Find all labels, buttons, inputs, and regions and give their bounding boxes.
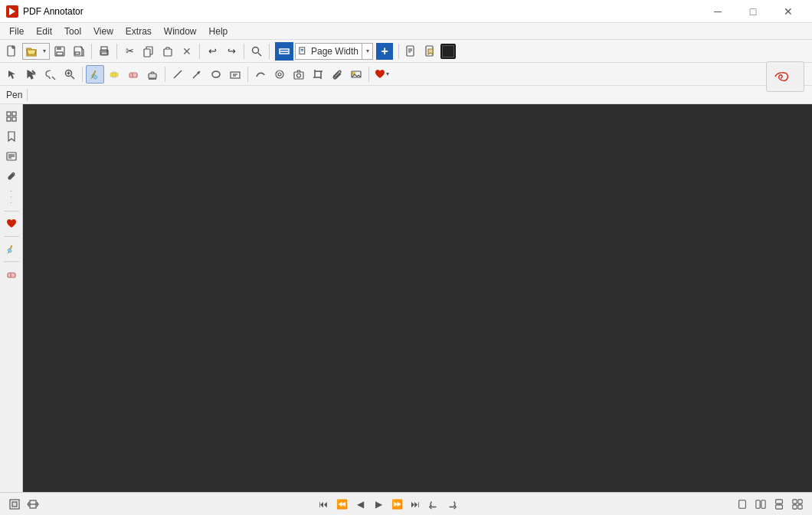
menu-help[interactable]: Help (203, 25, 234, 38)
svg-rect-79 (776, 499, 783, 503)
undo-button[interactable]: ↩ (203, 42, 221, 61)
svg-rect-48 (294, 72, 303, 79)
save-button[interactable] (51, 42, 69, 61)
cut-button[interactable]: ✂ (120, 42, 139, 61)
frame-back-button[interactable]: ◀ (352, 496, 368, 513)
sep5 (269, 44, 270, 59)
view-scroll-button[interactable] (771, 496, 787, 513)
attach-button[interactable] (328, 65, 346, 84)
svg-point-47 (278, 73, 281, 76)
menu-view[interactable]: View (87, 25, 120, 38)
last-page-button[interactable]: ⏭ (407, 496, 424, 513)
line-button[interactable] (169, 65, 187, 84)
svg-rect-59 (12, 117, 16, 121)
sidebar-favorites[interactable] (2, 215, 21, 233)
zoom-width-button[interactable] (25, 496, 41, 513)
zoom-bar-button[interactable] (275, 42, 293, 61)
titlebar: PDF Annotator ─ □ ✕ (0, 0, 812, 23)
tb2-sep2 (165, 67, 165, 82)
sidebar-thumbnails[interactable] (2, 107, 21, 126)
first-page-button[interactable]: ⏮ (315, 496, 332, 513)
new-button[interactable] (3, 42, 21, 61)
bottom-right-controls (734, 496, 806, 513)
highlighter-button[interactable] (105, 65, 123, 84)
favorites-button[interactable]: ▾ (372, 65, 391, 84)
toolbar2: ▾ (0, 63, 812, 86)
stamp-button[interactable] (143, 65, 162, 84)
snapshot-button[interactable] (290, 65, 308, 84)
page-width-dropdown[interactable]: ▾ (362, 43, 372, 60)
svg-rect-57 (12, 112, 16, 116)
nav-back-button[interactable] (425, 496, 442, 513)
svg-rect-4 (57, 47, 61, 50)
main-content (23, 104, 812, 492)
tb2-sep1 (82, 67, 83, 82)
svg-rect-36 (129, 73, 137, 77)
sidebar-sep3 (4, 261, 19, 262)
tool-label-area: Pen (0, 86, 812, 104)
copy-button[interactable] (139, 42, 158, 61)
view-dual-button[interactable] (752, 496, 769, 513)
app-logo (6, 5, 18, 18)
zoom-add-button[interactable]: + (376, 43, 393, 60)
svg-rect-82 (798, 499, 802, 503)
image-tools-button[interactable] (347, 65, 365, 84)
close-button[interactable]: ✕ (771, 0, 806, 23)
menu-edit[interactable]: Edit (30, 25, 58, 38)
svg-rect-83 (793, 504, 797, 508)
open-dropdown-button[interactable]: ▾ (40, 42, 49, 61)
svg-line-29 (71, 76, 74, 79)
menu-file[interactable]: File (3, 25, 30, 38)
menu-extras[interactable]: Extras (120, 25, 158, 38)
sidebar-eraser[interactable] (2, 265, 21, 284)
sidebar-annotations[interactable] (2, 147, 21, 166)
print-button[interactable] (95, 42, 113, 61)
view-single-button[interactable] (734, 496, 751, 513)
prev-page-button[interactable]: ⏪ (333, 496, 350, 513)
maximize-button[interactable]: □ (735, 0, 771, 23)
freeform-button[interactable] (251, 65, 270, 84)
view-black-button[interactable] (440, 44, 456, 59)
view-annot-button[interactable] (421, 42, 440, 61)
frame-fwd-button[interactable]: ▶ (370, 496, 387, 513)
view-doc-button[interactable] (402, 42, 421, 61)
minimize-button[interactable]: ─ (700, 0, 735, 23)
svg-line-16 (258, 53, 261, 56)
lasso-button[interactable] (41, 65, 60, 84)
rect-text-button[interactable] (226, 65, 244, 84)
annotation-panel-button[interactable] (766, 61, 804, 92)
sidebar-dots: · · · (7, 190, 15, 205)
next-page-button[interactable]: ⏩ (388, 496, 405, 513)
menu-window[interactable]: Window (158, 25, 203, 38)
titlebar-left: PDF Annotator (6, 5, 83, 18)
sep2 (116, 44, 117, 59)
sidebar-pen-tool[interactable] (2, 240, 21, 258)
nav-fwd-button[interactable] (444, 496, 460, 513)
sidebar-bookmarks[interactable] (2, 127, 21, 146)
delete-button[interactable]: ✕ (178, 42, 196, 61)
ellipse-button[interactable] (207, 65, 225, 84)
svg-point-11 (106, 51, 108, 52)
open-button[interactable] (23, 42, 40, 61)
svg-rect-66 (8, 273, 15, 277)
arrow-button[interactable] (188, 65, 206, 84)
save-as-button[interactable] (70, 42, 88, 61)
select2-button[interactable] (22, 65, 41, 84)
find-button[interactable] (247, 42, 266, 61)
measure-button[interactable] (270, 65, 289, 84)
svg-rect-65 (7, 248, 11, 253)
redo-button[interactable]: ↪ (222, 42, 241, 61)
view-options-button[interactable] (789, 496, 806, 513)
crop-button[interactable] (309, 65, 327, 84)
bottom-center-controls: ⏮ ⏪ ◀ ▶ ⏩ ⏭ (315, 496, 460, 513)
eraser-button[interactable] (124, 65, 142, 84)
fit-page-button[interactable] (6, 496, 23, 513)
pen-tool-button[interactable] (86, 65, 104, 84)
sidebar-attachments[interactable] (2, 167, 21, 185)
zoom-tool-button[interactable] (61, 65, 79, 84)
select-button[interactable] (3, 65, 21, 84)
menu-tool[interactable]: Tool (58, 25, 87, 38)
svg-rect-80 (776, 504, 783, 508)
svg-line-40 (174, 71, 182, 78)
paste-button[interactable] (159, 42, 177, 61)
